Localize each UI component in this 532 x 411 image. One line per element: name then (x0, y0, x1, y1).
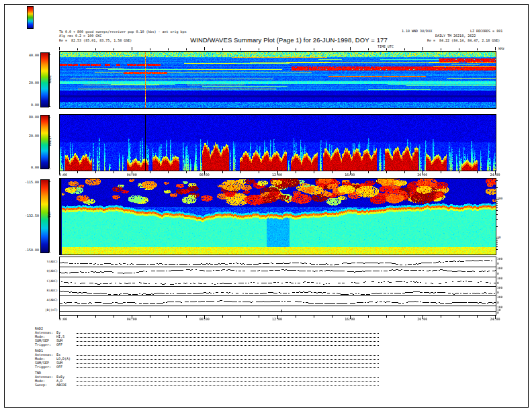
rad1-panel-label: RAD1 (48, 138, 52, 146)
dot-leader (77, 377, 379, 378)
dot-leader (77, 359, 379, 360)
axis-tick (48, 169, 50, 169)
axis-tick (459, 316, 459, 318)
timeseries-scale-label: 0 (497, 291, 499, 294)
axis-tick (296, 171, 296, 173)
axis-tick (48, 252, 50, 253)
timeseries-scale-label: 0 (497, 272, 499, 275)
axis-tick (496, 219, 498, 220)
header-right-version: 1.10 WND 3U/DXX (402, 29, 432, 33)
row-label-r-adc: R(ADC) (35, 289, 58, 292)
waves-summary-plot-page: Tb 0.0 + 800 good sweeps/receiver pop 0.… (0, 0, 532, 411)
axis-tick (240, 171, 241, 173)
axis-tick (459, 48, 459, 50)
rad2-spectrogram-canvas (60, 52, 496, 108)
axis-tick (496, 238, 499, 238)
tnr-spectrogram (59, 178, 496, 255)
rad1-spectrogram (59, 114, 496, 171)
row-label-s-adc: S(ADC) (35, 260, 58, 263)
axis-tick (368, 48, 369, 50)
axis-tick (441, 48, 441, 50)
axis-tick (49, 115, 50, 168)
row-label-q-adc: Q(ADC) (35, 269, 58, 273)
axis-tick (150, 171, 150, 173)
settings-value: OFF (56, 342, 77, 347)
header-right-position: Re = 84.22 (84.14, 84.47, 2.18 GSE) (427, 38, 500, 42)
axis-tick (495, 47, 496, 50)
settings-label: Trigger: (35, 365, 56, 369)
time-label-bottom: 04:00 (127, 317, 137, 321)
axis-tick (222, 316, 223, 318)
header-right-daily-tm: DAILY TM 26218, 2622 (435, 34, 476, 38)
settings-group: RAD2Antennas:EyMode:HI,SSUM/SEPSUMTrigge… (35, 326, 379, 347)
rad1-spectrogram-canvas (60, 115, 496, 171)
axis-tick (496, 187, 498, 188)
time-label-mid: 08:00 (200, 173, 210, 177)
rad1-cb-mid: 20.00 (12, 134, 39, 138)
axis-tick (386, 316, 387, 318)
axis-tick (49, 52, 50, 106)
dot-leader (77, 355, 379, 356)
timeseries-scale-label: 300 (497, 267, 502, 270)
axis-tick (496, 240, 498, 240)
freq-axis-label: kHz (498, 46, 504, 50)
time-label-mid: 12:00 (272, 173, 282, 177)
axis-tick (332, 48, 332, 50)
axis-tick (114, 48, 114, 50)
axis-tick (441, 171, 441, 173)
dot-leader (77, 333, 379, 334)
axis-tick (496, 201, 498, 201)
axis-tick (459, 171, 459, 173)
dot-leader (77, 337, 379, 338)
axis-tick (386, 171, 387, 173)
time-label-bottom: 08:00 (200, 317, 210, 321)
axis-tick (386, 48, 387, 50)
header-right-lz: LZ RECORDS = 801 (470, 29, 502, 33)
axis-tick (48, 106, 50, 107)
row-label-a-adc: A(ADC) (35, 298, 58, 302)
axis-tick (186, 171, 187, 173)
time-label-mid: 24:00 (490, 173, 500, 177)
mini-colorbar-legend (27, 6, 34, 29)
axis-tick (132, 47, 132, 50)
rad2-cb-max: 40.00 (12, 53, 39, 57)
axis-tick (114, 171, 114, 173)
timeseries-scale-label: 300 (497, 277, 502, 280)
header-left-line3: Re = 82.53 (85.01, 83.75, 1.58 GSE) (59, 38, 132, 42)
axis-tick (496, 242, 498, 242)
axis-tick (477, 316, 478, 318)
axis-tick (496, 210, 498, 211)
dot-leader (77, 381, 379, 382)
rad2-spectrogram (59, 51, 496, 109)
timeseries-scale-label: 0 (497, 311, 499, 314)
axis-tick (59, 47, 60, 50)
timeseries-scale-label: 300 (497, 295, 502, 299)
dot-leader (77, 367, 379, 368)
axis-tick (314, 316, 314, 318)
axis-tick (332, 316, 332, 318)
axis-tick (404, 316, 405, 318)
axis-tick (95, 316, 96, 318)
axis-tick (49, 179, 50, 252)
axis-tick (240, 48, 241, 50)
axis-tick (222, 48, 223, 50)
axis-tick (296, 316, 296, 318)
timeseries-scale-label: 300 (497, 286, 502, 289)
settings-row: Trigger:OFF (35, 365, 379, 369)
dot-leader (77, 363, 379, 364)
tnr-cb-mid: -132.50 (12, 214, 39, 218)
time-label-bottom: 0:00 (59, 317, 67, 321)
axis-tick (296, 48, 296, 50)
axis-tick (277, 47, 278, 50)
settings-row: Trigger:OFF (35, 342, 379, 347)
rad2-cb-mid: 20.00 (12, 81, 39, 85)
dot-leader (77, 385, 379, 386)
rad1-cb-max: 80.00 (12, 115, 39, 119)
axis-tick (496, 203, 498, 203)
tnr-cb-min: -150.00 (12, 248, 39, 252)
axis-tick (222, 171, 223, 173)
timeseries-scale-label: 0 (497, 262, 499, 265)
rad2-cb-min: 0.00 (12, 103, 39, 107)
axis-tick (168, 316, 169, 318)
axis-tick (259, 48, 259, 50)
